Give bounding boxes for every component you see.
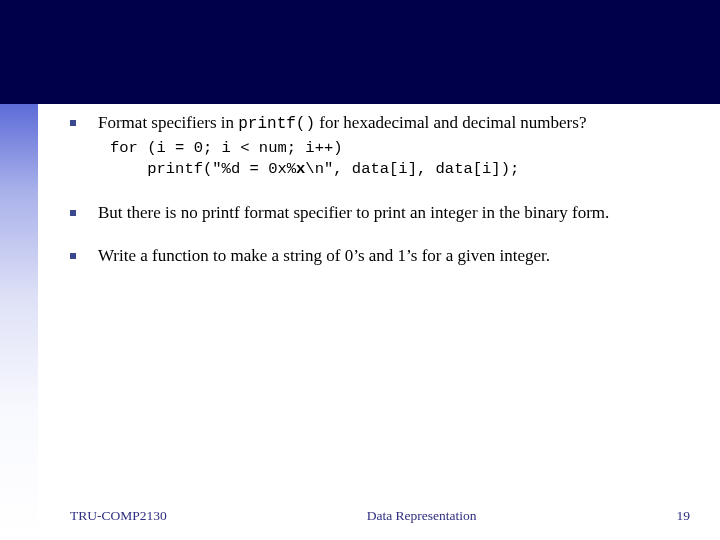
code-line-2c: \n", data[i], data[i]); <box>305 160 519 178</box>
bullet-1-text: Format specifiers in printf() for hexade… <box>98 112 680 134</box>
bullet-3-text: Write a function to make a string of 0’s… <box>98 245 680 266</box>
bullet-3: Write a function to make a string of 0’s… <box>70 245 680 266</box>
footer-course: TRU-COMP2130 <box>70 508 167 524</box>
side-gradient <box>0 104 38 540</box>
code-block: for (i = 0; i < num; i++) printf("%d = 0… <box>110 138 680 180</box>
bullet-2-text: But there is no printf format specifier … <box>98 202 680 223</box>
bullet-1-pre: Format specifiers in <box>98 113 238 132</box>
bullet-1-post: for hexadecimal and decimal numbers? <box>315 113 586 132</box>
footer: TRU-COMP2130 Data Representation 19 <box>70 508 690 524</box>
bullet-icon <box>70 120 76 126</box>
code-line-2b: x <box>296 160 305 178</box>
code-line-2a: printf("%d = 0x% <box>110 160 296 178</box>
slide: Format specifiers in printf() for hexade… <box>0 0 720 540</box>
footer-page: 19 <box>677 508 691 524</box>
bullet-icon <box>70 210 76 216</box>
footer-title: Data Representation <box>167 508 677 524</box>
content-area: Format specifiers in printf() for hexade… <box>70 112 680 270</box>
bullet-1-mono: printf() <box>238 115 315 133</box>
bullet-2: But there is no printf format specifier … <box>70 202 680 223</box>
bullet-icon <box>70 253 76 259</box>
title-bar <box>0 0 720 104</box>
code-line-1: for (i = 0; i < num; i++) <box>110 139 343 157</box>
bullet-1: Format specifiers in printf() for hexade… <box>70 112 680 134</box>
